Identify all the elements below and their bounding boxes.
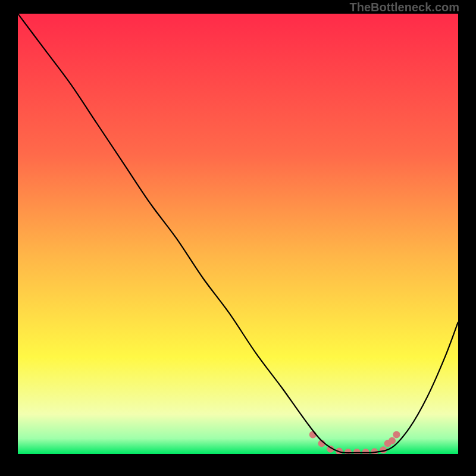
bottleneck-curve xyxy=(18,14,458,453)
bottom-dot xyxy=(389,437,396,444)
plot-area xyxy=(18,14,458,454)
watermark-text: TheBottleneck.com xyxy=(350,1,459,14)
bottleneck-chart: TheBottleneck.com xyxy=(0,0,476,476)
curve-layer xyxy=(18,14,458,454)
bottom-dot xyxy=(393,431,400,438)
